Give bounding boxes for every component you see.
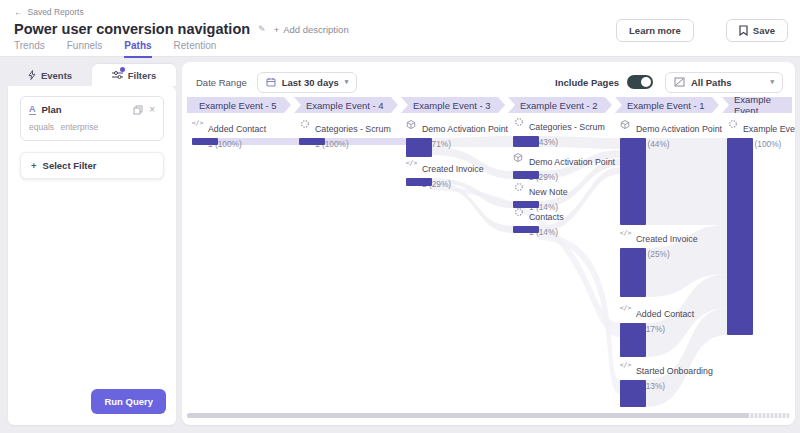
gear-icon — [299, 118, 310, 129]
path-column-header: Example Event - 3 — [401, 97, 505, 113]
back-label: Saved Reports — [28, 7, 84, 17]
query-sidebar: Events Filters A Plan × equals enterpris… — [8, 64, 176, 425]
path-node-bar[interactable] — [513, 136, 539, 147]
code-icon: </> — [192, 118, 203, 127]
filters-active-dot — [120, 67, 125, 72]
path-node-bar[interactable] — [620, 380, 646, 407]
path-node-bar[interactable] — [406, 138, 432, 157]
cube-icon — [406, 118, 417, 130]
learn-more-button[interactable]: Learn more — [616, 19, 694, 42]
scrollbar-thumb[interactable] — [187, 413, 749, 418]
add-description-button[interactable]: + Add description — [274, 24, 349, 35]
path-column-header: Example Event - 5 — [187, 97, 291, 113]
path-node-bar[interactable] — [727, 138, 753, 335]
path-node-bar[interactable] — [513, 226, 539, 233]
paths-sankey-diagram: Example Event - 5 </> Added Contact 1 (1… — [182, 62, 795, 425]
path-node-bar[interactable] — [620, 138, 646, 225]
plus-icon: + — [31, 160, 37, 171]
path-node-count: 5 (71%) — [422, 139, 508, 149]
path-node-bar[interactable] — [620, 323, 646, 357]
sidebar-tab-filters[interactable]: Filters — [92, 64, 176, 86]
code-icon: </> — [620, 303, 631, 312]
path-column-header: Example Event - 4 — [294, 97, 398, 113]
path-node-count: 23 (44%) — [636, 139, 722, 149]
path-node-count: 1 (100%) — [315, 139, 391, 149]
edit-title-icon[interactable]: ✎ — [258, 24, 266, 34]
sidebar-tab-events[interactable]: Events — [8, 64, 92, 86]
filters-panel: A Plan × equals enterprise + Select Filt… — [8, 86, 176, 425]
filter-property-name: Plan — [42, 104, 128, 115]
filter-value[interactable]: enterprise — [60, 122, 98, 132]
select-filter-button[interactable]: + Select Filter — [20, 152, 164, 179]
run-query-button[interactable]: Run Query — [91, 389, 166, 414]
tab-funnels[interactable]: Funnels — [67, 40, 103, 58]
report-tabs: Trends Funnels Paths Retention — [14, 40, 216, 58]
cube-icon — [513, 151, 524, 163]
filter-operator[interactable]: equals — [29, 122, 54, 132]
back-link[interactable]: ← Saved Reports — [14, 7, 84, 17]
code-icon: </> — [406, 158, 417, 167]
page-title: Power user conversion navigation — [14, 21, 250, 37]
path-column-header: Example Event - 1 — [615, 97, 719, 113]
path-node-bar[interactable] — [406, 178, 432, 186]
path-node-bar[interactable] — [513, 171, 539, 179]
bookmark-icon — [739, 25, 748, 36]
path-column-header: Example Event — [722, 97, 792, 113]
tab-retention[interactable]: Retention — [174, 40, 217, 58]
plus-icon: + — [274, 24, 280, 35]
gear-icon — [513, 181, 524, 192]
path-node-bar[interactable] — [192, 138, 218, 145]
gear-icon — [513, 116, 524, 127]
string-type-icon: A — [29, 105, 36, 115]
remove-filter-icon[interactable]: × — [149, 106, 155, 114]
gear-icon — [727, 118, 738, 129]
paths-report-panel: Date Range Last 30 days ▾ Include Pages … — [182, 62, 795, 425]
top-bar: ← Saved Reports Power user conversion na… — [0, 0, 800, 57]
gear-icon — [513, 206, 524, 217]
path-node-bar[interactable] — [299, 138, 325, 145]
code-icon: </> — [620, 228, 631, 237]
tab-paths[interactable]: Paths — [124, 40, 151, 58]
horizontal-scrollbar[interactable] — [187, 413, 790, 418]
path-column-header: Example Event - 2 — [508, 97, 612, 113]
save-button[interactable]: Save — [726, 19, 788, 42]
path-node-count: 7 (13%) — [636, 381, 713, 391]
path-node-count: 3 (43%) — [529, 137, 605, 147]
bolt-icon — [28, 70, 36, 80]
path-node-bar[interactable] — [620, 248, 646, 297]
cube-icon — [620, 118, 631, 130]
tab-trends[interactable]: Trends — [14, 40, 45, 58]
duplicate-icon[interactable] — [133, 105, 143, 115]
code-icon: </> — [620, 360, 631, 369]
filter-card[interactable]: A Plan × equals enterprise — [20, 96, 164, 141]
back-arrow-icon: ← — [14, 7, 23, 17]
